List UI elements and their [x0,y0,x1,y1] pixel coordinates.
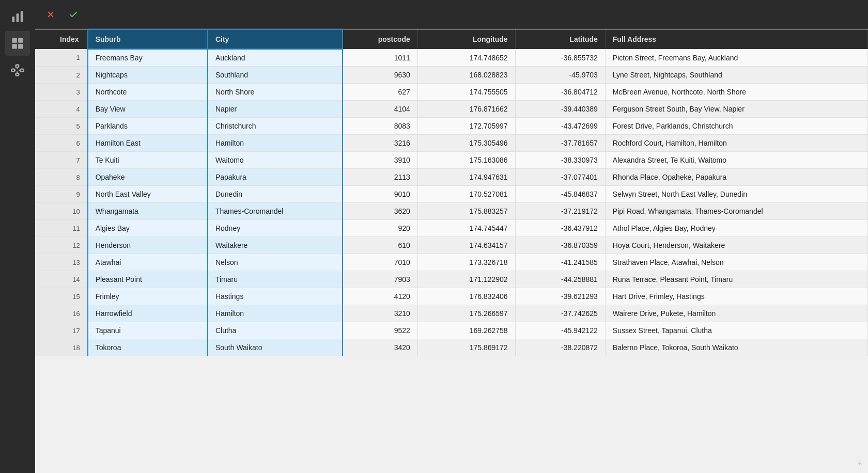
cell-r13-c5[interactable]: -41.241585 [515,254,605,271]
cell-r18-c4[interactable]: 175.869172 [417,339,515,356]
cell-r6-c2[interactable]: Hamilton [208,135,343,152]
cell-r2-c1[interactable]: Nightcaps [88,67,208,84]
network-icon[interactable] [5,58,30,83]
cell-r10-c2[interactable]: Thames-Coromandel [208,203,343,220]
cell-r3-c4[interactable]: 174.755505 [417,84,515,101]
cell-r4-c1[interactable]: Bay View [88,101,208,118]
cell-r4-c5[interactable]: -39.440389 [515,101,605,118]
cell-r17-c1[interactable]: Tapanui [88,322,208,339]
cell-r6-c3[interactable]: 3216 [343,135,417,152]
cell-r17-c4[interactable]: 169.262758 [417,322,515,339]
cell-r5-c3[interactable]: 8083 [343,118,417,135]
cell-r12-c1[interactable]: Henderson [88,237,208,254]
grid-icon[interactable] [5,31,30,56]
cell-r7-c4[interactable]: 175.163086 [417,152,515,169]
cell-r18-c2[interactable]: South Waikato [208,339,343,356]
cell-r1-c6[interactable]: Picton Street, Freemans Bay, Auckland [605,49,867,67]
cell-r18-c3[interactable]: 3420 [343,339,417,356]
cell-r8-c3[interactable]: 2113 [343,169,417,186]
cell-r4-c2[interactable]: Napier [208,101,343,118]
confirm-button[interactable] [64,5,83,24]
cell-r9-c3[interactable]: 9010 [343,186,417,203]
cell-r1-c5[interactable]: -36.855732 [515,49,605,67]
col-header-postcode[interactable]: postcode [343,29,417,49]
cell-r7-c6[interactable]: Alexandra Street, Te Kuiti, Waitomo [605,152,867,169]
cell-r13-c4[interactable]: 173.326718 [417,254,515,271]
cell-r12-c6[interactable]: Hoya Court, Henderson, Waitakere [605,237,867,254]
cell-r2-c6[interactable]: Lyne Street, Nightcaps, Southland [605,67,867,84]
col-header-suburb[interactable]: Suburb [88,29,208,49]
cell-r2-c4[interactable]: 168.028823 [417,67,515,84]
cell-r2-c2[interactable]: Southland [208,67,343,84]
col-header-longitude[interactable]: Longitude [417,29,515,49]
cell-r10-c6[interactable]: Pipi Road, Whangamata, Thames-Coromandel [605,203,867,220]
cell-r14-c6[interactable]: Runa Terrace, Pleasant Point, Timaru [605,271,867,288]
cell-r9-c1[interactable]: North East Valley [88,186,208,203]
cell-r14-c3[interactable]: 7903 [343,271,417,288]
cell-r16-c3[interactable]: 3210 [343,305,417,322]
cell-r1-c2[interactable]: Auckland [208,49,343,67]
cell-r1-c4[interactable]: 174.748652 [417,49,515,67]
cell-r15-c0[interactable]: 15 [35,288,88,305]
cancel-button[interactable] [41,5,60,24]
cell-r15-c5[interactable]: -39.621293 [515,288,605,305]
cell-r7-c1[interactable]: Te Kuiti [88,152,208,169]
cell-r2-c3[interactable]: 9630 [343,67,417,84]
cell-r6-c6[interactable]: Rochford Court, Hamilton, Hamilton [605,135,867,152]
cell-r10-c1[interactable]: Whangamata [88,203,208,220]
cell-r17-c3[interactable]: 9522 [343,322,417,339]
cell-r7-c3[interactable]: 3910 [343,152,417,169]
cell-r16-c2[interactable]: Hamilton [208,305,343,322]
cell-r15-c4[interactable]: 176.832406 [417,288,515,305]
cell-r2-c0[interactable]: 2 [35,67,88,84]
cell-r6-c5[interactable]: -37.781657 [515,135,605,152]
cell-r6-c1[interactable]: Hamilton East [88,135,208,152]
cell-r13-c2[interactable]: Nelson [208,254,343,271]
cell-r3-c5[interactable]: -36.804712 [515,84,605,101]
cell-r13-c6[interactable]: Strathaven Place, Atawhai, Nelson [605,254,867,271]
cell-r14-c2[interactable]: Timaru [208,271,343,288]
cell-r12-c0[interactable]: 12 [35,237,88,254]
cell-r10-c3[interactable]: 3620 [343,203,417,220]
cell-r6-c4[interactable]: 175.305496 [417,135,515,152]
cell-r11-c6[interactable]: Athol Place, Algies Bay, Rodney [605,220,867,237]
cell-r9-c6[interactable]: Selwyn Street, North East Valley, Dunedi… [605,186,867,203]
col-header-index[interactable]: Index [35,29,88,49]
cell-r11-c2[interactable]: Rodney [208,220,343,237]
cell-r3-c6[interactable]: McBreen Avenue, Northcote, North Shore [605,84,867,101]
cell-r14-c0[interactable]: 14 [35,271,88,288]
cell-r15-c6[interactable]: Hart Drive, Frimley, Hastings [605,288,867,305]
cell-r16-c6[interactable]: Wairere Drive, Pukete, Hamilton [605,305,867,322]
cell-r8-c0[interactable]: 8 [35,169,88,186]
cell-r8-c4[interactable]: 174.947631 [417,169,515,186]
cell-r4-c3[interactable]: 4104 [343,101,417,118]
cell-r5-c6[interactable]: Forest Drive, Parklands, Christchurch [605,118,867,135]
cell-r1-c1[interactable]: Freemans Bay [88,49,208,67]
cell-r8-c5[interactable]: -37.077401 [515,169,605,186]
col-header-city[interactable]: City [208,29,343,49]
cell-r15-c3[interactable]: 4120 [343,288,417,305]
cell-r18-c1[interactable]: Tokoroa [88,339,208,356]
cell-r2-c5[interactable]: -45.9703 [515,67,605,84]
cell-r11-c4[interactable]: 174.745447 [417,220,515,237]
cell-r9-c4[interactable]: 170.527081 [417,186,515,203]
cell-r18-c0[interactable]: 18 [35,339,88,356]
cell-r5-c2[interactable]: Christchurch [208,118,343,135]
cell-r3-c2[interactable]: North Shore [208,84,343,101]
cell-r16-c4[interactable]: 175.266597 [417,305,515,322]
bar-chart-icon[interactable] [5,4,30,29]
cell-r5-c1[interactable]: Parklands [88,118,208,135]
cell-r13-c1[interactable]: Atawhai [88,254,208,271]
cell-r7-c0[interactable]: 7 [35,152,88,169]
cell-r17-c5[interactable]: -45.942122 [515,322,605,339]
cell-r4-c6[interactable]: Ferguson Street South, Bay View, Napier [605,101,867,118]
cell-r14-c1[interactable]: Pleasant Point [88,271,208,288]
cell-r12-c3[interactable]: 610 [343,237,417,254]
cell-r8-c2[interactable]: Papakura [208,169,343,186]
cell-r14-c5[interactable]: -44.258881 [515,271,605,288]
cell-r17-c0[interactable]: 17 [35,322,88,339]
cell-r14-c4[interactable]: 171.122902 [417,271,515,288]
cell-r12-c5[interactable]: -36.870359 [515,237,605,254]
cell-r17-c6[interactable]: Sussex Street, Tapanui, Clutha [605,322,867,339]
cell-r9-c2[interactable]: Dunedin [208,186,343,203]
